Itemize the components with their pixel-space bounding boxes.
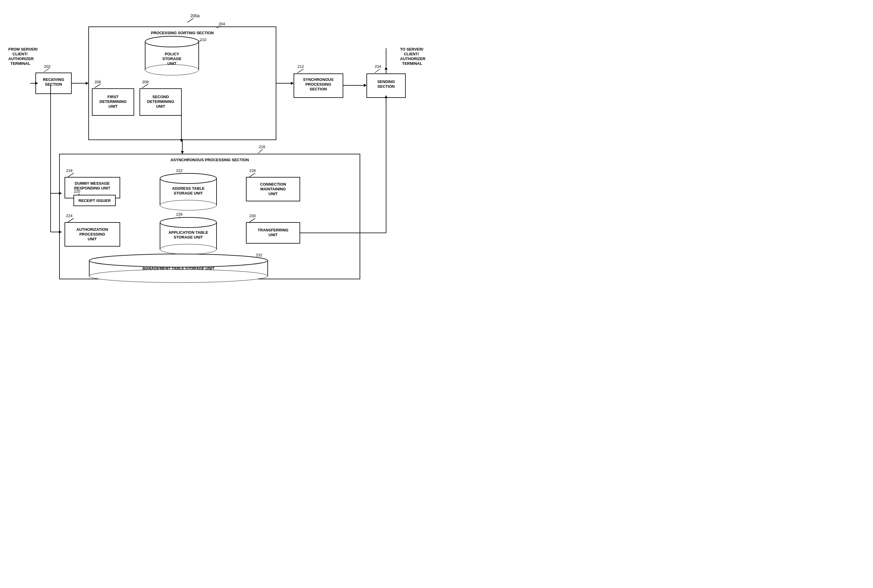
application-table-label: APPLICATION TABLE [168, 230, 208, 235]
svg-text:TERMINAL: TERMINAL [402, 61, 422, 66]
svg-marker-45 [181, 151, 184, 154]
svg-line-7 [44, 68, 49, 72]
svg-text:UNIT: UNIT [88, 237, 97, 241]
svg-text:AUTHORIZER: AUTHORIZER [8, 57, 34, 61]
ref-200a: 200a [190, 14, 200, 18]
svg-point-16 [145, 64, 199, 75]
ref-226: 226 [176, 212, 183, 216]
svg-line-38 [375, 69, 380, 73]
svg-point-87 [89, 270, 268, 282]
svg-text:SYNCHRONOUS: SYNCHRONOUS [303, 77, 334, 82]
svg-text:DETERMINING: DETERMINING [147, 99, 174, 104]
svg-text:STORAGE UNIT: STORAGE UNIT [174, 235, 203, 239]
svg-text:DUMMY MESSAGE: DUMMY MESSAGE [75, 181, 110, 186]
svg-text:AUTHORIZER: AUTHORIZER [400, 57, 426, 61]
ref-216: 216 [259, 144, 266, 149]
ref-232: 232 [256, 253, 262, 257]
svg-marker-12 [86, 82, 88, 85]
svg-marker-42 [385, 67, 388, 70]
processing-sorting-label: PROCESSING SORTING SECTION [151, 31, 214, 35]
ref-210: 210 [200, 38, 206, 42]
ref-222: 222 [176, 168, 183, 173]
svg-text:SENDING: SENDING [377, 80, 395, 84]
svg-text:STORAGE: STORAGE [162, 57, 182, 61]
ref-204: 204 [219, 22, 225, 26]
svg-text:CONNECTION: CONNECTION [260, 182, 286, 186]
svg-line-32 [297, 69, 303, 73]
svg-text:DETERMINING: DETERMINING [100, 99, 127, 104]
asynchronous-label: ASYNCHRONOUS PROCESSING SECTION [170, 158, 249, 162]
ref-228: 228 [249, 168, 256, 173]
policy-storage-label: POLICY [165, 52, 179, 56]
svg-text:SECTION: SECTION [310, 87, 327, 91]
receipt-issuer-label: RECEIPT ISSUER [78, 198, 111, 203]
svg-text:UNIT: UNIT [168, 61, 176, 66]
svg-text:CLIENT/: CLIENT/ [12, 52, 28, 56]
svg-text:UNIT: UNIT [268, 232, 278, 237]
svg-point-70 [160, 244, 216, 254]
svg-point-86 [89, 254, 268, 267]
ref-224: 224 [66, 213, 73, 218]
ref-230: 230 [249, 213, 256, 218]
ref-218: 218 [66, 168, 73, 173]
svg-line-46 [258, 149, 262, 153]
svg-point-69 [160, 218, 216, 228]
svg-point-15 [145, 36, 199, 47]
svg-text:AUTHORIZATION: AUTHORIZATION [76, 227, 108, 232]
svg-text:PROCESSING: PROCESSING [306, 82, 332, 87]
svg-point-59 [160, 200, 216, 210]
ref-208: 208 [142, 80, 149, 84]
management-table-label: MANAGEMENT TABLE STORAGE UNIT [142, 266, 214, 271]
diagram: 200a FROM SERVER/ CLIENT/ AUTHORIZER TER… [0, 0, 436, 294]
svg-text:CLIENT/: CLIENT/ [404, 52, 419, 56]
svg-text:TRANSFERRING: TRANSFERRING [258, 228, 288, 232]
ref-206: 206 [94, 80, 101, 84]
svg-text:UNIT: UNIT [109, 104, 117, 108]
svg-text:STORAGE UNIT: STORAGE UNIT [174, 191, 203, 195]
svg-line-0 [188, 18, 194, 22]
ref-234: 234 [375, 64, 381, 69]
ref-202: 202 [44, 64, 51, 69]
to-server-label: TO SERVER/ [400, 47, 423, 51]
receiving-section-label: RECEIVING [43, 77, 64, 82]
svg-text:UNIT: UNIT [156, 104, 165, 108]
svg-marker-31 [291, 82, 294, 85]
svg-marker-37 [364, 84, 367, 87]
address-table-label: ADDRESS TABLE [172, 186, 205, 190]
svg-text:SECTION: SECTION [378, 84, 395, 88]
svg-text:SECOND: SECOND [152, 94, 169, 99]
svg-point-58 [160, 173, 216, 183]
svg-text:UNIT: UNIT [268, 192, 278, 196]
from-server-label: FROM SERVER/ [8, 47, 38, 51]
ref-212: 212 [297, 64, 304, 69]
svg-text:SECTION: SECTION [45, 82, 62, 87]
ref-220: 220 [74, 189, 80, 194]
svg-text:FIRST: FIRST [107, 94, 118, 99]
svg-text:PROCESSING: PROCESSING [80, 232, 105, 237]
svg-text:TERMINAL: TERMINAL [10, 61, 30, 66]
svg-text:MAINTAINING: MAINTAINING [260, 187, 286, 191]
